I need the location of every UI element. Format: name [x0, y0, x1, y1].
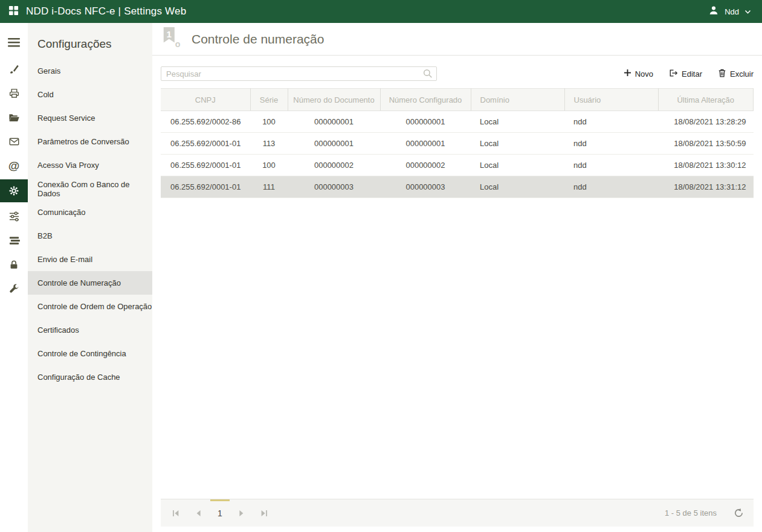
sidebar-item-acesso-via-proxy[interactable]: Acesso Via Proxy — [28, 153, 152, 177]
sidebar-item-parametros-de-conversao[interactable]: Parâmetros de Conversão — [28, 130, 152, 153]
table-row-selected[interactable]: 06.255.692/0001-01 111 000000003 0000000… — [161, 176, 754, 198]
main-panel: 1o Controle de numeração Novo — [152, 23, 762, 532]
sidebar: Configurações Gerais Cold Request Servic… — [28, 23, 152, 532]
cell-numero-documento: 000000003 — [288, 176, 380, 198]
sidebar-item-envio-de-email[interactable]: Envio de E-mail — [28, 248, 152, 271]
sidebar-item-controle-de-numeracao[interactable]: Controle de Numeração — [28, 271, 152, 295]
column-header-usuario[interactable]: Usuário — [564, 89, 658, 111]
grid-toolbar: Novo Editar Excluir — [161, 66, 754, 81]
table-row[interactable]: 06.255.692/0001-01 100 000000002 0000000… — [161, 155, 754, 176]
cell-ultima-alteracao: 18/08/2021 13:31:12 — [658, 176, 754, 198]
cell-serie: 111 — [250, 176, 288, 198]
cell-numero-documento: 000000002 — [288, 155, 380, 176]
sidebar-item-conexao-banco-de-dados[interactable]: Conexão Com o Banco de Dados — [28, 177, 152, 200]
prev-page-button[interactable] — [187, 499, 210, 527]
edit-arrow-icon — [669, 69, 678, 79]
svg-text:o: o — [175, 39, 181, 49]
cell-ultima-alteracao: 18/08/2021 13:50:59 — [658, 133, 754, 155]
cell-dominio: Local — [471, 155, 564, 176]
cell-serie: 113 — [250, 133, 288, 155]
plus-icon — [624, 69, 631, 79]
stack-icon[interactable] — [0, 228, 28, 252]
user-name: Ndd — [725, 7, 739, 16]
column-header-serie[interactable]: Série — [250, 89, 288, 111]
cell-ultima-alteracao: 18/08/2021 13:28:29 — [658, 111, 754, 133]
cell-numero-configurado: 000000001 — [380, 111, 471, 133]
cell-serie: 100 — [250, 111, 288, 133]
refresh-button[interactable] — [734, 508, 744, 518]
topbar: NDD i-Docs NFC-e | Settings Web Ndd — [0, 0, 762, 23]
app-title: NDD i-Docs NFC-e | Settings Web — [26, 5, 186, 18]
sidebar-item-controle-de-ordem-de-operacao[interactable]: Controle de Ordem de Operação — [28, 295, 152, 318]
edit-button[interactable]: Editar — [669, 69, 702, 79]
table-row[interactable]: 06.255.692/0002-86 100 000000001 0000000… — [161, 111, 754, 133]
cell-usuario: ndd — [564, 155, 658, 176]
column-header-numero-configurado[interactable]: Número Configurado — [380, 89, 471, 111]
cell-dominio: Local — [471, 111, 564, 133]
chevron-down-icon — [744, 6, 751, 17]
sliders-icon[interactable] — [0, 204, 28, 228]
table-row[interactable]: 06.255.692/0001-01 113 000000001 0000000… — [161, 133, 754, 155]
cell-numero-configurado: 000000003 — [380, 176, 471, 198]
column-header-cnpj[interactable]: CNPJ — [161, 89, 250, 111]
cell-cnpj: 06.255.692/0001-01 — [161, 176, 250, 198]
cell-numero-documento: 000000001 — [288, 111, 380, 133]
column-header-numero-do-documento[interactable]: Número do Documento — [288, 89, 380, 111]
cell-numero-configurado: 000000002 — [380, 155, 471, 176]
page-header: 1o Controle de numeração — [152, 23, 762, 56]
at-icon[interactable]: @ — [0, 153, 28, 178]
cell-dominio: Local — [471, 133, 564, 155]
pager: 1 1 - 5 de 5 itens — [161, 499, 754, 527]
search-icon[interactable] — [422, 68, 433, 82]
delete-button[interactable]: Excluir — [718, 68, 754, 79]
sidebar-item-cold[interactable]: Cold — [28, 83, 152, 106]
sidebar-item-certificados[interactable]: Certificados — [28, 318, 152, 342]
app-logo-icon[interactable] — [8, 5, 19, 18]
header-row: CNPJ Série Número do Documento Número Co… — [161, 89, 754, 111]
page-number-current[interactable]: 1 — [210, 499, 230, 527]
next-page-button[interactable] — [230, 499, 253, 527]
svg-text:1: 1 — [167, 29, 172, 39]
numbering-grid: CNPJ Série Número do Documento Número Co… — [161, 88, 754, 198]
sidebar-title: Configurações — [28, 31, 152, 59]
cell-serie: 100 — [250, 155, 288, 176]
cell-numero-documento: 000000001 — [288, 133, 380, 155]
first-page-button[interactable] — [164, 499, 187, 527]
cell-numero-configurado: 000000001 — [380, 133, 471, 155]
last-page-button[interactable] — [253, 499, 276, 527]
empty-area — [161, 198, 754, 499]
sidebar-item-gerais[interactable]: Gerais — [28, 59, 152, 83]
menu-icon[interactable] — [0, 29, 28, 56]
settings-gear-icon[interactable] — [0, 179, 28, 202]
sidebar-item-b2b[interactable]: B2B — [28, 224, 152, 248]
cell-usuario: ndd — [564, 176, 658, 198]
cell-cnpj: 06.255.692/0002-86 — [161, 111, 250, 133]
cell-cnpj: 06.255.692/0001-01 — [161, 133, 250, 155]
user-menu[interactable]: Ndd — [708, 5, 751, 18]
search-input[interactable] — [161, 66, 437, 81]
cell-ultima-alteracao: 18/08/2021 13:30:12 — [658, 155, 754, 176]
cell-usuario: ndd — [564, 133, 658, 155]
trash-icon — [718, 68, 726, 79]
column-header-dominio[interactable]: Domínio — [471, 89, 564, 111]
page-title: Controle de numeração — [192, 32, 324, 46]
sidebar-item-request-service[interactable]: Request Service — [28, 106, 152, 130]
column-header-ultima-alteracao[interactable]: Última Alteração — [658, 89, 754, 111]
lock-icon[interactable] — [0, 252, 28, 277]
mail-icon[interactable] — [0, 129, 28, 153]
pager-info: 1 - 5 de 5 itens — [665, 508, 717, 518]
sidebar-item-comunicacao[interactable]: Comunicação — [28, 200, 152, 224]
cell-usuario: ndd — [564, 111, 658, 133]
sidebar-item-configuracao-de-cache[interactable]: Configuração de Cache — [28, 365, 152, 389]
numbering-icon: 1o — [161, 26, 184, 53]
icon-rail: @ — [0, 23, 28, 532]
brush-icon[interactable] — [0, 57, 28, 81]
cell-cnpj: 06.255.692/0001-01 — [161, 155, 250, 176]
folder-open-icon[interactable] — [0, 105, 28, 129]
cell-dominio: Local — [471, 176, 564, 198]
sidebar-item-controle-de-contingencia[interactable]: Controle de Contingência — [28, 342, 152, 365]
printer-icon[interactable] — [0, 81, 28, 105]
search-box — [161, 66, 437, 81]
new-button[interactable]: Novo — [624, 69, 653, 79]
wrench-icon[interactable] — [0, 277, 28, 301]
